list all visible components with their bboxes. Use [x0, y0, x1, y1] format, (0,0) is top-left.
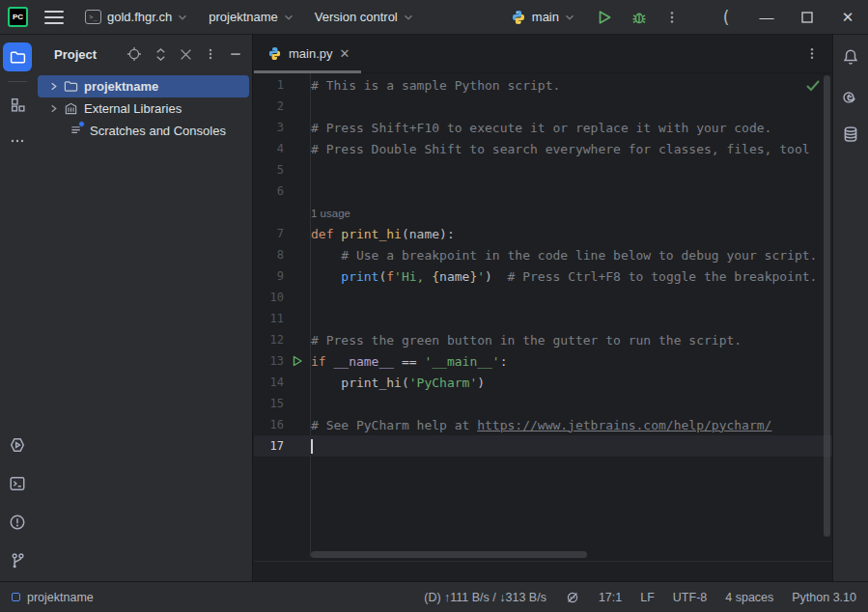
- python-icon: [511, 10, 526, 25]
- code-line[interactable]: 7def print_hi(name):: [254, 223, 832, 244]
- python-icon: [267, 46, 282, 61]
- line-number[interactable]: 4: [254, 142, 284, 155]
- main-menu-icon[interactable]: [44, 11, 64, 24]
- chevron-right-icon[interactable]: [45, 82, 61, 91]
- tree-item-projektname[interactable]: projektname: [38, 75, 249, 97]
- inspections-ok-icon[interactable]: [806, 80, 820, 92]
- line-number[interactable]: 2: [254, 99, 284, 113]
- project-tool-button[interactable]: [3, 42, 32, 71]
- editor-area: main.py ✕ 1# This is a sample Python scr…: [254, 35, 832, 581]
- left-tool-rail: [0, 35, 35, 581]
- line-number[interactable]: 3: [254, 121, 284, 134]
- line-number[interactable]: 8: [254, 248, 284, 262]
- minimize-button[interactable]: —: [746, 9, 787, 25]
- tab-main-py[interactable]: main.py ✕: [254, 35, 361, 73]
- locate-file-icon[interactable]: [126, 46, 142, 62]
- structure-tool-button[interactable]: [3, 90, 32, 119]
- expand-collapse-icon[interactable]: [154, 47, 167, 62]
- database-button[interactable]: [836, 120, 865, 149]
- horizontal-scrollbar[interactable]: [311, 551, 587, 558]
- run-button[interactable]: [596, 9, 613, 26]
- problems-tool-button[interactable]: [3, 508, 32, 537]
- line-number[interactable]: 5: [254, 163, 284, 177]
- editor-bottom-edge: [254, 561, 832, 562]
- line-ending-widget[interactable]: LF: [640, 591, 655, 604]
- debug-button[interactable]: [630, 9, 648, 26]
- code-line[interactable]: 12# Press the green button in the gutter…: [254, 329, 832, 350]
- line-number[interactable]: 12: [254, 333, 284, 347]
- indent-widget[interactable]: 4 spaces: [725, 591, 773, 604]
- ai-assistant-button[interactable]: [836, 81, 865, 110]
- code-line[interactable]: 14 print_hi('PyCharm'): [254, 372, 832, 393]
- line-number[interactable]: 1: [254, 78, 284, 92]
- code-line[interactable]: 1# This is a sample Python script.: [254, 74, 832, 96]
- chevron-down-icon: [565, 13, 574, 22]
- close-button[interactable]: ✕: [827, 9, 868, 26]
- line-number[interactable]: 17: [254, 439, 284, 453]
- line-number[interactable]: 9: [254, 269, 284, 283]
- project-switcher[interactable]: projektname: [209, 10, 294, 24]
- code-line[interactable]: 4# Press Double Shift to search everywhe…: [254, 138, 832, 159]
- line-number[interactable]: 10: [254, 291, 284, 304]
- line-number[interactable]: 7: [254, 227, 284, 240]
- tab-options-kebab-icon[interactable]: [806, 46, 818, 61]
- panel-options-kebab-icon[interactable]: [205, 47, 216, 61]
- line-number[interactable]: 16: [254, 418, 284, 431]
- run-configuration-selector[interactable]: main: [511, 10, 574, 25]
- folder-icon: [61, 79, 80, 94]
- line-number[interactable]: 11: [254, 312, 284, 325]
- code-line[interactable]: 11: [254, 308, 832, 329]
- text-caret: [311, 439, 313, 454]
- encoding-widget[interactable]: UTF-8: [673, 591, 707, 604]
- caret-position-widget[interactable]: 17:1: [599, 591, 622, 604]
- collapse-all-icon[interactable]: [180, 48, 192, 61]
- status-project-widget[interactable]: projektname: [12, 591, 94, 604]
- chevron-down-icon: [178, 13, 187, 22]
- more-tool-windows-button[interactable]: [3, 126, 32, 155]
- tree-item-external-libraries[interactable]: External Libraries: [38, 97, 249, 120]
- services-tool-button[interactable]: [3, 431, 32, 459]
- code-line[interactable]: 3# Press Shift+F10 to execute it or repl…: [254, 117, 832, 138]
- code-line[interactable]: 17: [254, 435, 832, 457]
- code-line[interactable]: 9 print(f'Hi, {name}') # Press Ctrl+F8 t…: [254, 265, 832, 287]
- code-line[interactable]: 13if __name__ == '__main__':: [254, 350, 832, 372]
- highlighting-off-icon[interactable]: [565, 590, 580, 605]
- maximize-button[interactable]: [787, 12, 827, 23]
- hide-panel-icon[interactable]: [229, 47, 242, 61]
- tree-item-scratches[interactable]: Scratches and Consoles: [38, 120, 249, 142]
- line-number[interactable]: 6: [254, 184, 284, 198]
- right-tool-rail: [832, 35, 868, 581]
- code-line[interactable]: 6: [254, 181, 832, 202]
- code-line[interactable]: 2: [254, 96, 832, 117]
- interpreter-widget[interactable]: Python 3.10: [792, 591, 856, 604]
- line-number[interactable]: 13: [254, 354, 284, 368]
- code-line[interactable]: 8 # Use a breakpoint in the code line be…: [254, 244, 832, 265]
- code-line[interactable]: 15: [254, 393, 832, 414]
- notifications-bell-button[interactable]: [836, 42, 865, 71]
- vcs-widget[interactable]: Version control: [315, 10, 413, 24]
- git-tool-button[interactable]: [3, 546, 32, 575]
- tab-close-icon[interactable]: ✕: [340, 47, 350, 60]
- workspace-switcher[interactable]: >_ gold.fhgr.ch: [85, 10, 187, 24]
- code-text: 1 usage: [310, 206, 350, 220]
- code-line[interactable]: 5: [254, 159, 832, 181]
- terminal-tool-button[interactable]: [3, 469, 32, 498]
- network-traffic-widget[interactable]: (D) ↑111 B/s / ↓313 B/s: [424, 591, 546, 604]
- code-viewport[interactable]: 1# This is a sample Python script.23# Pr…: [254, 73, 832, 581]
- tree-item-label: External Libraries: [84, 101, 182, 116]
- chevron-right-icon[interactable]: [45, 104, 61, 113]
- code-line[interactable]: 1 usage: [254, 202, 832, 223]
- more-actions-kebab-icon[interactable]: [665, 10, 679, 25]
- line-number[interactable]: 15: [254, 397, 284, 410]
- usages-inlay-hint[interactable]: 1 usage: [311, 208, 350, 219]
- chevron-down-icon: [404, 13, 413, 22]
- line-number[interactable]: 14: [254, 376, 284, 389]
- vertical-scrollbar[interactable]: [824, 75, 830, 537]
- code-text: # Press Shift+F10 to execute it or repla…: [310, 121, 771, 135]
- tree-item-label: Scratches and Consoles: [90, 124, 226, 138]
- gutter-run-icon[interactable]: [284, 355, 310, 367]
- code-text: # Use a breakpoint in the code line belo…: [310, 248, 817, 263]
- window-curve-icon[interactable]: (: [706, 8, 746, 27]
- code-line[interactable]: 10: [254, 287, 832, 308]
- code-line[interactable]: 16# See PyCharm help at https://www.jetb…: [254, 414, 832, 435]
